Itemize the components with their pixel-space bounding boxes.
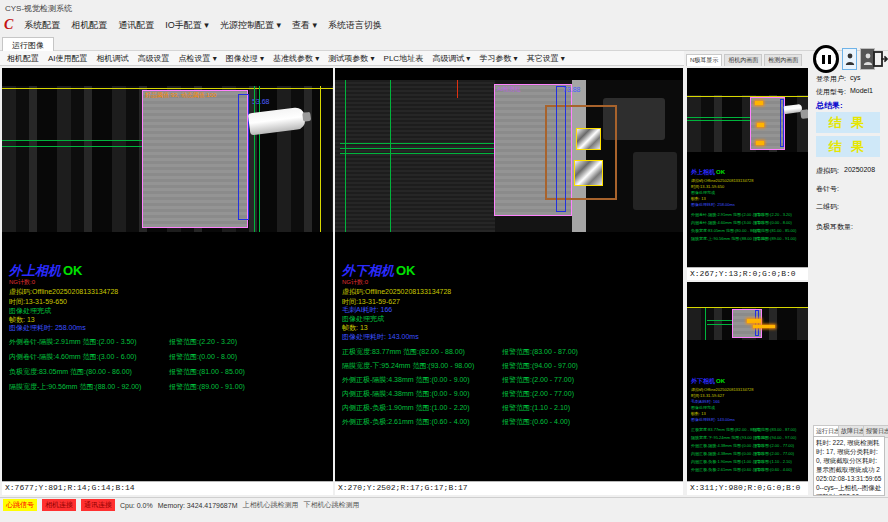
left-camera-image[interactable]: 好品阈值:93, 动态阈值:100 53.68 (2, 86, 333, 232)
left-overlay: 外上相机OK NG计数:0 虚拟码:Offline202502081331347… (9, 262, 331, 477)
measurement-row: 内侧正极-隔膜:4.38mm 范围:(0.00 - 9.00)报警范围:(2.0… (691, 451, 808, 456)
virtual-code-line: 虚拟码:Offline20250208133134728 (9, 287, 118, 297)
menu-item-light-config[interactable]: 光源控制配置 ▾ (220, 19, 281, 32)
toolbar-learning-params[interactable]: 学习参数 ▾ (479, 53, 517, 64)
alarm-text: 报警范围:(2.20 - 3.20) (169, 337, 237, 347)
process-time-line: 图像处理耗时: 143.00ms (691, 417, 735, 422)
bottom-thumbnail-view[interactable]: 外下相机OK 虚拟码:Offline20250208133134728 时间:1… (687, 282, 808, 481)
virtual-code-line: 虚拟码:Offline20250208133134728 (342, 287, 451, 297)
measure-text: 隔膜宽度-上:90.56mm 范围:(88.00 - 92.00) (9, 383, 141, 390)
measurement-row: 外侧正极-负极:2.61mm 范围:(0.60 - 4.00)报警范围:(0.6… (691, 467, 808, 472)
top-thumbnail-view[interactable]: 外上相机OK 虚拟码:Offline20250208133134728 时间:1… (687, 68, 808, 267)
yellow-guide-line (2, 88, 333, 89)
top-camera-heartbeat: 上相机心跳检测用 (242, 500, 298, 510)
middle-overlay: 外下相机OK NG计数:0 虚拟码:Offline202502081331347… (342, 262, 681, 481)
measurement-row: 隔膜宽度-上:90.56mm 范围:(88.00 - 92.00)报警范围:(8… (9, 382, 331, 392)
measure-text: 负极宽度:83.05mm 范围:(80.00 - 86.00) (691, 228, 761, 233)
toolbar-baseline-params[interactable]: 基准线参数 ▾ (273, 53, 319, 64)
toolbar-advanced-settings[interactable]: 高级设置 (138, 53, 170, 64)
measurement-row: 隔膜宽度-下:95.24mm 范围:(93.00 - 98.00)报警范围:(9… (342, 361, 681, 371)
highlight-mark (756, 141, 764, 145)
measure-value-label: 73.88 (563, 86, 581, 93)
toolbar-camera-debug[interactable]: 相机调试 (97, 53, 129, 64)
toolbar-image-processing[interactable]: 图像处理 ▾ (226, 53, 264, 64)
highlight-mark (755, 101, 763, 105)
toolbar-test-params[interactable]: 测试项参数 ▾ (328, 53, 374, 64)
toolbar: 相机配置 AI使用配置 相机调试 高级设置 点检设置 ▾ 图像处理 ▾ 基准线参… (0, 51, 684, 66)
menu-item-view[interactable]: 查看 ▾ (292, 19, 317, 32)
thumb-tab-camera-view[interactable]: 相机内画面 (724, 54, 762, 66)
camera-name: 外上相机 (691, 169, 715, 175)
measure-text: 隔膜宽度-下:95.24mm 范围:(93.00 - 98.00) (342, 362, 474, 369)
alarm-text: 报警范围:(81.00 - 85.00) (169, 367, 245, 377)
middle-camera-view[interactable]: AI检测框 73.88 外下相机OK NG计数:0 虚拟码:Offline202… (335, 68, 683, 481)
bottom-thumbnail-image (687, 307, 808, 340)
camera-title: 外下相机OK (691, 377, 725, 386)
alarm-text: 报警范围:(1.10 - 2.10) (753, 459, 792, 464)
film-texture (335, 80, 495, 232)
camera-connect-badge: 相机连接 (42, 499, 76, 511)
menu-item-comm-config[interactable]: 通讯配置 (118, 19, 154, 32)
pause-button[interactable] (813, 46, 839, 72)
toolbar-other-settings[interactable]: 其它设置 ▾ (527, 53, 565, 64)
virtual-code-label: 虚拟码: (816, 166, 839, 176)
left-coordinate-bar: X:7677;Y:891;R:14;G:14;B:14 (2, 481, 333, 495)
toolbar-camera-config[interactable]: 相机配置 (7, 53, 39, 64)
alarm-text: 报警范围:(94.00 - 97.00) (753, 435, 796, 440)
green-edge-line (259, 86, 260, 232)
process-done-line: 图像处理完成 (691, 190, 715, 195)
menu-item-language-switch[interactable]: 系统语言切换 (328, 19, 382, 32)
ng-count-label: NG计数:0 (342, 278, 368, 287)
measurement-row: 外侧卷针-隔膜:2.91mm 范围:(2.00 - 3.50)报警范围:(2.2… (691, 212, 808, 217)
top-thumbnail-coordinate-bar: X:267;Y:13;R:0;G:0;B:0 (687, 267, 808, 280)
measure-text: 内侧正极-负极:1.90mm 范围:(1.00 - 2.20) (342, 404, 470, 411)
menu-item-io-config[interactable]: IO手配置 ▾ (165, 19, 209, 32)
green-edge-line (705, 307, 706, 340)
tab-detection-box (576, 128, 601, 150)
middle-camera-image[interactable]: AI检测框 73.88 (335, 80, 683, 232)
left-camera-view[interactable]: 好品阈值:93, 动态阈值:100 53.68 外上相机OK NG计数:0 虚拟… (2, 68, 333, 481)
alarm-text: 报警范围:(89.00 - 91.00) (169, 382, 245, 392)
toolbar-spot-check[interactable]: 点检设置 ▾ (179, 53, 217, 64)
alarm-text: 报警范围:(83.00 - 87.00) (502, 347, 578, 357)
alarm-text: 报警范围:(81.00 - 85.00) (753, 228, 796, 233)
alarm-text: 报警范围:(2.00 - 77.00) (753, 443, 794, 448)
process-done-line: 图像处理完成 (691, 405, 715, 410)
green-measure-line (687, 120, 751, 121)
connector-object (248, 107, 306, 136)
qr-code-label: 二维码: (816, 202, 839, 212)
toolbar-plc-address[interactable]: PLC地址表 (384, 53, 424, 64)
frame-count-line: 帧数: 13 (691, 196, 706, 201)
main-tab-row: 运行图像 (0, 34, 888, 51)
thumb-tab-n-tab-display[interactable]: N极耳显示 (686, 54, 722, 66)
toolbar-advanced-debug[interactable]: 高级调试 ▾ (432, 53, 470, 64)
green-measure-line (340, 143, 497, 144)
window-title: CYS-视觉检测系统 (5, 4, 72, 13)
thumb-tab-detect-view[interactable]: 检测内画面 (764, 54, 802, 66)
toolbar-ai-config[interactable]: AI使用配置 (48, 53, 88, 64)
alarm-text: 报警范围:(89.00 - 91.00) (753, 236, 796, 241)
log-text-area[interactable]: 耗时: 222, 瑕疵检测耗时: 17, 瑕疵分类耗时: 0, 瑕疵截取分区耗时… (813, 436, 885, 496)
menu-item-system-config[interactable]: 系统配置 (24, 19, 60, 32)
measurement-row: 负极宽度:83.05mm 范围:(80.00 - 86.00)报警范围:(81.… (691, 228, 808, 233)
green-measure-line (340, 148, 497, 149)
alarm-text: 报警范围:(0.00 - 8.00) (169, 352, 237, 362)
process-time-line: 图像处理耗时: 258.00ms (9, 323, 86, 333)
measurement-row: 内侧卷针-隔膜:4.60mm 范围:(3.00 - 6.00)报警范围:(0.0… (9, 352, 331, 362)
pin-number-label: 卷针号: (816, 184, 839, 194)
negative-tab-count-label: 负极耳数量: (816, 222, 853, 232)
bottom-camera-heartbeat: 下相机心跳检测用 (303, 500, 359, 510)
tab-detection-box (574, 160, 603, 186)
menu-item-camera-config[interactable]: 相机配置 (71, 19, 107, 32)
ng-count-label: NG计数:0 (9, 278, 35, 287)
connector-object (784, 104, 803, 114)
menu-bar: C 系统配置 相机配置 通讯配置 IO手配置 ▾ 光源控制配置 ▾ 查看 ▾ 系… (0, 16, 888, 34)
result-badge-bottom: 结 果 (816, 136, 880, 157)
exit-button[interactable] (872, 48, 888, 70)
thumbnail-tab-row: N极耳显示 相机内画面 检测内画面 (686, 52, 810, 66)
exit-door-icon (873, 51, 888, 67)
user-mode-button[interactable] (842, 48, 857, 70)
model-label: 使用型号: (816, 87, 846, 97)
result-badge-top: 结 果 (816, 112, 880, 133)
virtual-code-value: 20250208 (844, 166, 875, 173)
